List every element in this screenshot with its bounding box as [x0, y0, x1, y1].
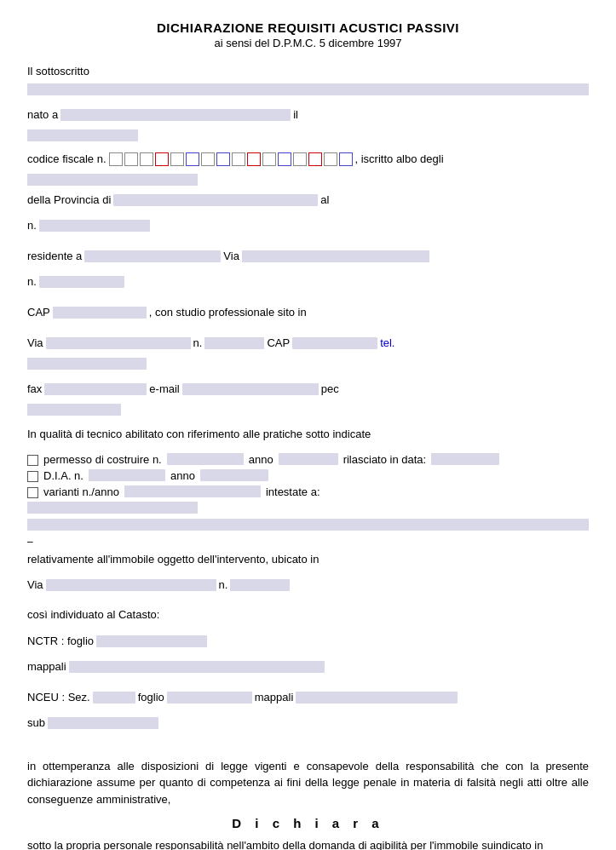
fax-row: fax e-mail pec: [27, 378, 589, 400]
via3-label: Via: [27, 574, 43, 596]
intestate-label: intestate a:: [266, 485, 320, 498]
n-res-row: n.: [27, 271, 589, 293]
relativamente-label: relativamente all'immobile oggetto dell'…: [27, 553, 319, 566]
n4-field[interactable]: [230, 579, 290, 591]
mappali-label: mappali: [27, 656, 66, 678]
nceu-mappali-label: mappali: [255, 686, 294, 709]
email-field[interactable]: [182, 383, 319, 395]
cf-cell-2[interactable]: [124, 152, 138, 166]
pec-label: pec: [321, 378, 339, 400]
iscritto-label: , iscritto albo degli: [355, 148, 444, 170]
n4-label: n.: [219, 574, 228, 596]
fax-field[interactable]: [44, 383, 147, 395]
n3-field[interactable]: [204, 337, 264, 349]
cosi-label: così individuato al Catasto:: [27, 608, 159, 621]
cf-cell-12[interactable]: [278, 152, 291, 166]
nceu-label: NCEU : Sez.: [27, 686, 90, 709]
cf-cell-6[interactable]: [186, 152, 199, 166]
nctr-foglio-field[interactable]: [96, 635, 207, 647]
permesso-checkbox[interactable]: [27, 455, 38, 466]
nato-date-field[interactable]: [27, 129, 138, 141]
n-provincia-label: n.: [27, 215, 37, 237]
cap-field[interactable]: [53, 307, 147, 319]
cf-cell-9[interactable]: [232, 152, 245, 166]
via2-label: Via: [27, 332, 43, 354]
relativamente-row: relativamente all'immobile oggetto dell'…: [27, 549, 589, 569]
via2-row: Via n. CAP tel.: [27, 332, 589, 354]
cf-row: codice fiscale n. , iscritto albo degli: [27, 148, 589, 170]
dia-label: D.I.A. n.: [43, 469, 83, 482]
sub-row: sub: [27, 712, 589, 734]
cf-cell-10[interactable]: [247, 152, 261, 166]
provincia-row: della Provincia di al: [27, 189, 589, 211]
al-label: al: [320, 189, 329, 211]
nato-field[interactable]: [60, 109, 291, 121]
dash1: –: [27, 536, 589, 548]
cf-cell-4[interactable]: [155, 152, 169, 166]
cosi-row: così individuato al Catasto:: [27, 605, 589, 624]
tel-field[interactable]: [27, 358, 147, 370]
nceu-mappali-field[interactable]: [296, 692, 458, 704]
dichiara-heading: D i c h i a r a: [27, 816, 589, 830]
cf-cell-16[interactable]: [339, 152, 353, 166]
cf-cell-8[interactable]: [216, 152, 230, 166]
via-field[interactable]: [242, 250, 429, 262]
qualita-label: In qualità di tecnico abilitato con rife…: [27, 428, 371, 440]
n3-label: n.: [193, 332, 203, 354]
sub-label: sub: [27, 712, 45, 734]
varianti-field[interactable]: [124, 485, 261, 497]
mappali-field[interactable]: [69, 661, 325, 673]
cf-cell-7[interactable]: [201, 152, 215, 166]
separator1: [27, 519, 589, 531]
con-studio-label: , con studio professionale sito in: [149, 302, 307, 324]
varianti-row: varianti n./anno intestate a:: [27, 485, 589, 498]
email-label: e-mail: [149, 378, 179, 400]
sottoscritto-field[interactable]: [27, 83, 589, 95]
dia-row: D.I.A. n. anno: [27, 469, 589, 482]
cf-cell-3[interactable]: [140, 152, 153, 166]
varianti-checkbox[interactable]: [27, 487, 38, 498]
cf-cell-14[interactable]: [308, 152, 322, 166]
permesso-n-field[interactable]: [167, 453, 244, 465]
anno2-field[interactable]: [200, 469, 268, 481]
anno2-label: anno: [170, 469, 195, 482]
dia-checkbox[interactable]: [27, 471, 38, 482]
anno-field[interactable]: [279, 453, 338, 465]
pec-field[interactable]: [27, 404, 121, 416]
n-res-field[interactable]: [39, 276, 124, 288]
provincia-field[interactable]: [113, 194, 318, 206]
cf-cell-13[interactable]: [293, 152, 307, 166]
nceu-sez-field[interactable]: [93, 692, 135, 704]
permesso-label: permesso di costruire n.: [43, 453, 162, 466]
residente-field[interactable]: [84, 250, 221, 262]
cap2-field[interactable]: [292, 337, 377, 349]
albo-field[interactable]: [27, 174, 198, 186]
varianti-label: varianti n./anno: [43, 485, 119, 498]
fax-label: fax: [27, 378, 42, 400]
il-label: il: [293, 104, 298, 126]
rilasciato-label: rilasciato in data:: [343, 453, 427, 466]
via-label: Via: [223, 245, 239, 267]
permesso-row: permesso di costruire n. anno rilasciato…: [27, 453, 589, 466]
cf-cell-11[interactable]: [262, 152, 276, 166]
n-provincia-row: n.: [27, 215, 589, 237]
intestate-field[interactable]: [27, 502, 198, 514]
nato-row: nato a il: [27, 104, 589, 126]
anno-label: anno: [249, 453, 273, 466]
via2-field[interactable]: [46, 337, 191, 349]
n-res-label: n.: [27, 271, 37, 293]
dia-n-field[interactable]: [89, 469, 165, 481]
cf-cells[interactable]: [109, 152, 353, 166]
nceu-row: NCEU : Sez. foglio mappali: [27, 686, 589, 709]
cf-cell-5[interactable]: [170, 152, 184, 166]
cap-label: CAP: [27, 302, 50, 324]
via3-field[interactable]: [46, 579, 216, 591]
tel-label: tel.: [380, 332, 394, 354]
n-provincia-field[interactable]: [39, 220, 150, 232]
sub-field[interactable]: [48, 717, 158, 729]
provincia-label: della Provincia di: [27, 189, 111, 211]
rilasciato-field[interactable]: [431, 453, 499, 465]
nceu-foglio-field[interactable]: [167, 692, 252, 704]
cf-cell-15[interactable]: [324, 152, 337, 166]
cf-cell-1[interactable]: [109, 152, 123, 166]
